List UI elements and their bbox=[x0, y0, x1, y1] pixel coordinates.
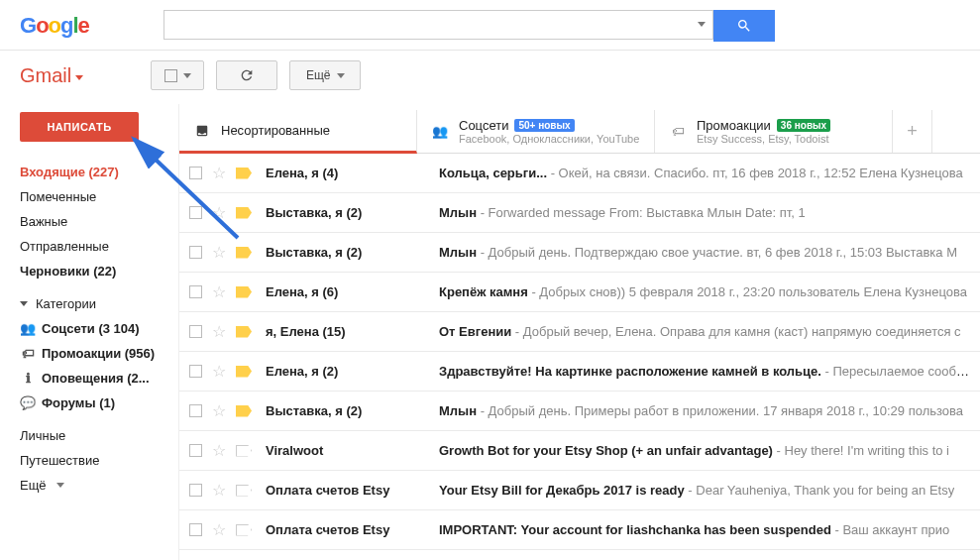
social-label: Соцсети (3 104) bbox=[42, 321, 140, 336]
sidebar-more[interactable]: Ещё bbox=[20, 473, 178, 498]
email-row[interactable]: ☆Елена, я (2)Здравствуйте! На картинке р… bbox=[179, 352, 980, 392]
search-options-caret[interactable] bbox=[698, 22, 706, 27]
tab-promo[interactable]: 🏷 Промоакции36 новых Etsy Success, Etsy,… bbox=[655, 110, 893, 153]
star-icon[interactable]: ☆ bbox=[212, 164, 226, 182]
email-subject: Млын - Добрый день. Подтверждаю свое уча… bbox=[439, 245, 957, 260]
importance-marker[interactable] bbox=[236, 485, 252, 497]
sidebar-updates[interactable]: ℹОповещения (2... bbox=[20, 366, 178, 391]
star-icon[interactable]: ☆ bbox=[212, 481, 226, 500]
row-checkbox[interactable] bbox=[189, 325, 202, 338]
importance-marker[interactable] bbox=[236, 445, 252, 457]
info-icon: ℹ bbox=[20, 371, 36, 386]
importance-marker[interactable] bbox=[236, 286, 252, 298]
email-row[interactable]: ☆Оплата счетов EtsyIMPORTANT: Your accou… bbox=[179, 510, 980, 550]
caret-down-icon bbox=[20, 301, 28, 306]
categories-label: Категории bbox=[36, 296, 96, 311]
email-row[interactable]: ☆Елена, я (6)Крепёж камня - Добрых снов)… bbox=[179, 273, 980, 312]
star-icon[interactable]: ☆ bbox=[212, 243, 226, 262]
email-sender: Выставка, я (2) bbox=[266, 245, 439, 260]
sidebar-drafts[interactable]: Черновики (22) bbox=[20, 259, 178, 283]
row-checkbox[interactable] bbox=[189, 523, 202, 536]
gmail-dropdown[interactable]: Gmail bbox=[20, 64, 83, 87]
star-icon[interactable]: ☆ bbox=[212, 441, 226, 460]
people-icon: 👥 bbox=[431, 125, 449, 139]
email-row[interactable]: ☆Елена, я (4)Кольца, серьги... - Окей, н… bbox=[179, 154, 980, 193]
tab-social[interactable]: 👥 Соцсети50+ новых Facebook, Одноклассни… bbox=[417, 110, 655, 153]
email-row[interactable]: ☆Выставка, я (2)Млын - Добрый день. Подт… bbox=[179, 233, 980, 273]
tab-social-sub: Facebook, Одноклассники, YouTube bbox=[459, 133, 639, 145]
tab-primary-label: Несортированные bbox=[221, 123, 330, 138]
sidebar-personal[interactable]: Личные bbox=[20, 423, 178, 448]
search-icon bbox=[736, 18, 752, 34]
importance-marker[interactable] bbox=[236, 247, 252, 259]
sidebar-categories[interactable]: Категории bbox=[20, 291, 178, 316]
caret-down-icon bbox=[56, 483, 64, 488]
caret-down-icon bbox=[75, 75, 83, 80]
email-sender: Выставка, я (2) bbox=[266, 403, 439, 418]
inbox-icon bbox=[193, 124, 211, 138]
row-checkbox[interactable] bbox=[189, 404, 202, 417]
more-button[interactable]: Ещё bbox=[289, 60, 361, 90]
star-icon[interactable]: ☆ bbox=[212, 322, 226, 341]
row-checkbox[interactable] bbox=[189, 484, 202, 497]
tab-social-label: Соцсети bbox=[459, 118, 508, 133]
row-checkbox[interactable] bbox=[189, 365, 202, 378]
email-row[interactable]: ☆Оплата счетов EtsyYour Etsy Bill for Де… bbox=[179, 471, 980, 510]
tab-add[interactable]: + bbox=[893, 110, 932, 153]
google-logo[interactable]: Google bbox=[20, 13, 89, 39]
email-row[interactable]: ☆я, Елена (15)От Евгении - Добрый вечер,… bbox=[179, 312, 980, 352]
forums-label: Форумы (1) bbox=[42, 395, 115, 410]
tab-promo-sub: Etsy Success, Etsy, Todoist bbox=[697, 133, 830, 145]
tab-promo-badge: 36 новых bbox=[777, 119, 830, 132]
email-row[interactable]: ☆Выставка, я (2)Млын - Добрый день. Прим… bbox=[179, 392, 980, 431]
refresh-button[interactable] bbox=[216, 60, 277, 90]
checkbox-icon bbox=[164, 69, 177, 82]
caret-down-icon bbox=[183, 73, 191, 78]
compose-button[interactable]: НАПИСАТЬ bbox=[20, 112, 139, 142]
sidebar-starred[interactable]: Помеченные bbox=[20, 184, 178, 209]
row-checkbox[interactable] bbox=[189, 246, 202, 259]
importance-marker[interactable] bbox=[236, 207, 252, 219]
star-icon[interactable]: ☆ bbox=[212, 362, 226, 381]
importance-marker[interactable] bbox=[236, 405, 252, 417]
more-label: Ещё bbox=[306, 68, 331, 82]
sidebar-important[interactable]: Важные bbox=[20, 209, 178, 234]
sidebar-promo[interactable]: 🏷Промоакции (956) bbox=[20, 341, 178, 366]
sidebar-social[interactable]: 👥Соцсети (3 104) bbox=[20, 316, 178, 341]
email-row[interactable]: ☆ViralwootGrowth Bot for your Etsy Shop … bbox=[179, 431, 980, 471]
email-row[interactable]: ☆Выставка, я (2)Млын - Forwarded message… bbox=[179, 193, 980, 233]
star-icon[interactable]: ☆ bbox=[212, 203, 226, 222]
email-sender: Елена, я (6) bbox=[266, 284, 439, 299]
sidebar-forums[interactable]: 💬Форумы (1) bbox=[20, 391, 178, 415]
star-icon[interactable]: ☆ bbox=[212, 282, 226, 301]
importance-marker[interactable] bbox=[236, 168, 252, 179]
row-checkbox[interactable] bbox=[189, 444, 202, 457]
email-subject: Млын - Добрый день. Примеры работ в прил… bbox=[439, 403, 963, 418]
importance-marker[interactable] bbox=[236, 366, 252, 378]
search-button[interactable] bbox=[713, 10, 775, 42]
tag-icon: 🏷 bbox=[20, 346, 36, 361]
search-input[interactable] bbox=[163, 10, 713, 40]
importance-marker[interactable] bbox=[236, 326, 252, 338]
tag-icon: 🏷 bbox=[669, 125, 687, 139]
email-sender: я, Елена (15) bbox=[266, 324, 439, 339]
sidebar-sent[interactable]: Отправленные bbox=[20, 234, 178, 259]
sidebar-inbox[interactable]: Входящие (227) bbox=[20, 160, 178, 184]
email-subject: Здравствуйте! На картинке расположение к… bbox=[439, 364, 970, 379]
sidebar-travel[interactable]: Путешествие bbox=[20, 448, 178, 473]
email-sender: Оплата счетов Etsy bbox=[266, 522, 439, 537]
row-checkbox[interactable] bbox=[189, 167, 202, 179]
refresh-icon bbox=[239, 67, 255, 83]
email-sender: Выставка, я (2) bbox=[266, 205, 439, 220]
select-all-dropdown[interactable] bbox=[151, 60, 204, 90]
tab-primary[interactable]: Несортированные bbox=[179, 110, 417, 154]
more-label: Ещё bbox=[20, 478, 47, 493]
email-sender: Оплата счетов Etsy bbox=[266, 483, 439, 498]
importance-marker[interactable] bbox=[236, 524, 252, 536]
row-checkbox[interactable] bbox=[189, 285, 202, 298]
promo-label: Промоакции (956) bbox=[42, 346, 155, 361]
star-icon[interactable]: ☆ bbox=[212, 401, 226, 420]
row-checkbox[interactable] bbox=[189, 206, 202, 219]
star-icon[interactable]: ☆ bbox=[212, 520, 226, 539]
email-subject: Кольца, серьги... - Окей, на связи. Спас… bbox=[439, 166, 963, 180]
